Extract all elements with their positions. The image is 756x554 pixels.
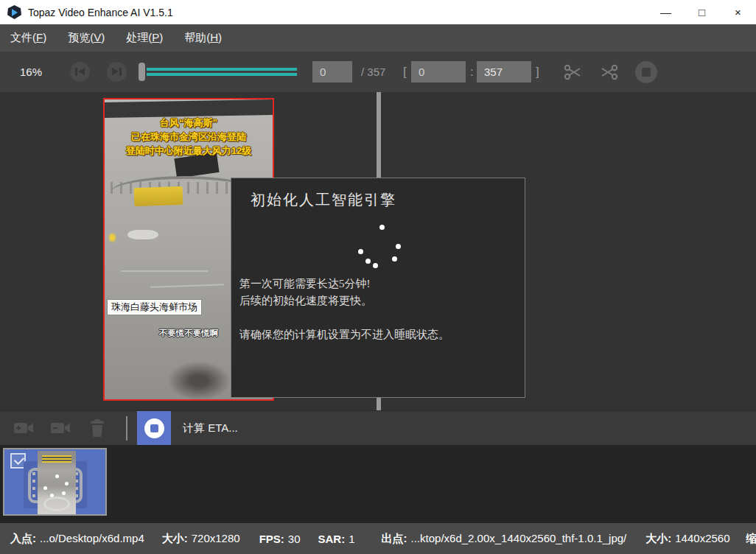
range-open-bracket: [	[403, 52, 407, 92]
status-bar: 入点: ...o/Desktop/x6d.mp4 大小: 720x1280 FP…	[0, 523, 756, 554]
app-window: Topaz Video Enhance AI V1.5.1 — □ × 文件(F…	[0, 0, 756, 554]
range-start-input[interactable]	[411, 61, 466, 83]
menu-help[interactable]: 帮助(H)	[184, 31, 222, 45]
video-flooded-car	[127, 230, 158, 239]
video-light-glow	[109, 234, 116, 242]
preview-zoom-label: 16%	[20, 52, 42, 92]
thumb-spinner-dot	[50, 494, 54, 497]
loading-spinner-icon	[356, 224, 400, 268]
stop-processing-button[interactable]	[137, 411, 171, 445]
video-overlay-title: 台风“海高斯” 已在珠海市金湾区沿海登陆 登陆时中心附近最大风力12级	[105, 116, 273, 158]
skip-to-start-button[interactable]	[70, 62, 90, 82]
dialog-body-line: 请确保您的计算机设置为不进入睡眠状态。	[239, 326, 449, 343]
current-frame-input[interactable]	[312, 61, 352, 83]
timeline-slider-handle[interactable]	[139, 63, 145, 81]
transport-toolbar: 16% / 357 [ : ]	[0, 52, 756, 92]
timeline-track-bottom	[147, 73, 297, 76]
video-yellow-truck	[134, 186, 183, 206]
clip-list-strip	[0, 445, 756, 523]
thumb-spinner-dot	[43, 486, 47, 490]
water-streak	[121, 270, 208, 272]
status-in-size: 大小: 720x1280	[162, 532, 240, 546]
thumbnail-video-image	[38, 451, 76, 514]
range-close-bracket: ]	[536, 52, 539, 92]
close-button[interactable]: ×	[720, 0, 756, 24]
app-logo-icon	[7, 5, 21, 19]
dialog-body-line: 后续的初始化速度将更快。	[239, 292, 449, 309]
menu-bar: 文件(F) 预览(V) 处理(P) 帮助(H)	[0, 24, 756, 52]
thumb-spinner-dot	[62, 491, 66, 495]
status-sar: SAR: 1	[318, 533, 355, 545]
dialog-title: 初始化人工智能引擎	[251, 190, 396, 210]
delete-video-button[interactable]	[88, 418, 106, 438]
ai-init-dialog: 初始化人工智能引擎 第一次可能需要长达5分钟! 后续的初始化速度将更快。 请确保…	[231, 178, 525, 398]
trim-in-scissors-icon[interactable]	[562, 61, 584, 83]
eta-status-text: 计算 ETA...	[183, 411, 238, 446]
status-zoom: 缩放: 200%	[746, 532, 756, 546]
maximize-button[interactable]: □	[684, 0, 720, 24]
range-separator: :	[470, 52, 474, 92]
timeline-track-top	[147, 68, 297, 71]
dialog-body: 第一次可能需要长达5分钟! 后续的初始化速度将更快。 请确保您的计算机设置为不进…	[239, 276, 449, 343]
stop-icon[interactable]	[635, 61, 657, 83]
window-controls: — □ ×	[648, 0, 756, 24]
video-reflection-blob	[168, 362, 230, 400]
stop-square-icon	[144, 418, 164, 438]
window-title: Topaz Video Enhance AI V1.5.1	[28, 7, 173, 18]
add-video-button[interactable]	[12, 420, 35, 436]
status-fps: FPS: 30	[259, 533, 301, 545]
thumb-spinner-dot	[55, 474, 59, 478]
main-preview-area: 台风“海高斯” 已在珠海市金湾区沿海登陆 登陆时中心附近最大风力12级 珠海白藤…	[0, 92, 756, 410]
clip-thumbnail[interactable]	[3, 448, 107, 516]
camera-minus-icon	[49, 420, 72, 436]
water-streak	[150, 284, 224, 287]
skip-to-end-button[interactable]	[107, 62, 127, 82]
processing-toolbar: 计算 ETA...	[0, 410, 756, 445]
dialog-body-line: 第一次可能需要长达5分钟!	[239, 276, 449, 292]
menu-preview[interactable]: 预览(V)	[68, 31, 105, 45]
toolbar-divider	[126, 416, 127, 441]
menu-file[interactable]: 文件(F)	[10, 31, 46, 45]
remove-video-button[interactable]	[49, 420, 72, 436]
minimize-button[interactable]: —	[648, 0, 684, 24]
trim-out-scissors-icon[interactable]	[598, 61, 620, 83]
thumb-spinner-dot	[65, 482, 69, 485]
status-in-path: 入点: ...o/Desktop/x6d.mp4	[10, 532, 144, 546]
video-location-label: 珠海白藤头海鲜市场	[107, 299, 202, 315]
camera-plus-icon	[12, 420, 35, 436]
status-out-path: 出点: ...ktop/x6d_2.00x_1440x2560_thf-1.0.…	[382, 532, 627, 546]
status-out-size: 大小: 1440x2560	[645, 532, 729, 546]
range-end-input[interactable]	[477, 61, 531, 83]
trash-icon	[88, 418, 106, 438]
title-bar: Topaz Video Enhance AI V1.5.1 — □ ×	[0, 0, 756, 24]
frame-total-label: / 357	[361, 52, 385, 92]
timeline-slider-track[interactable]	[147, 68, 297, 78]
menu-process[interactable]: 处理(P)	[126, 31, 163, 45]
